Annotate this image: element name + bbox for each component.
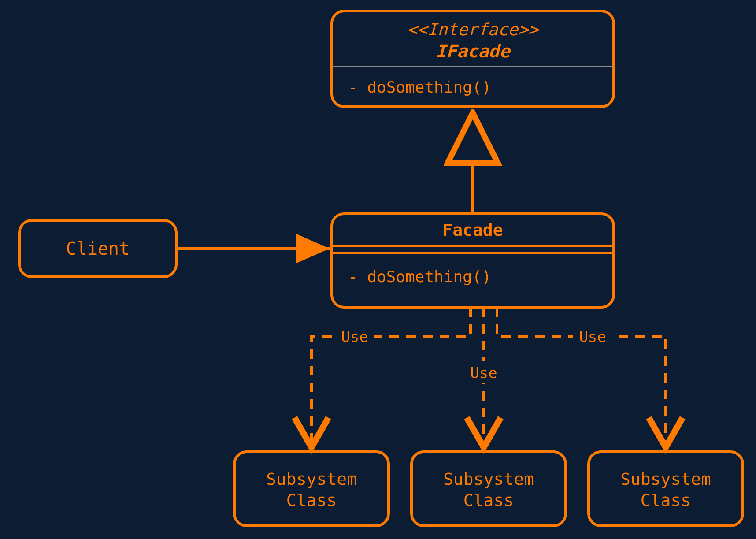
subsystem-box-1: Subsystem Class [234, 452, 389, 526]
svg-text:Use: Use [341, 328, 368, 346]
interface-box: <<Interface>> IFacade - doSomething() [332, 11, 614, 107]
facade-name: Facade [442, 220, 503, 240]
facade-method: - doSomething() [348, 268, 491, 286]
subsystem-1-line1: Subsystem [266, 469, 357, 489]
subsystem-2-line2: Class [463, 491, 514, 510]
svg-text:Use: Use [579, 328, 606, 346]
subsystem-3-line2: Class [641, 491, 691, 510]
svg-text:Use: Use [470, 364, 497, 382]
edge-label-use-middle: Use [464, 361, 504, 383]
svg-rect-7 [411, 452, 566, 526]
client-label: Client [66, 238, 130, 259]
edge-label-use-left: Use [335, 325, 374, 347]
interface-name: IFacade [436, 41, 511, 61]
interface-method: - doSomething() [348, 78, 491, 96]
subsystem-1-line2: Class [286, 491, 337, 510]
subsystem-box-3: Subsystem Class [589, 452, 743, 526]
client-box: Client [19, 220, 176, 277]
edge-label-use-right: Use [573, 325, 612, 347]
subsystem-2-line1: Subsystem [443, 469, 534, 489]
facade-uml-diagram: <<Interface>> IFacade - doSomething() Cl… [0, 0, 756, 539]
interface-stereotype: <<Interface>> [407, 20, 539, 39]
facade-box: Facade - doSomething() [332, 214, 614, 307]
subsystem-3-line1: Subsystem [620, 469, 711, 489]
svg-rect-6 [234, 452, 389, 526]
svg-rect-8 [589, 452, 743, 526]
subsystem-box-2: Subsystem Class [411, 452, 566, 526]
